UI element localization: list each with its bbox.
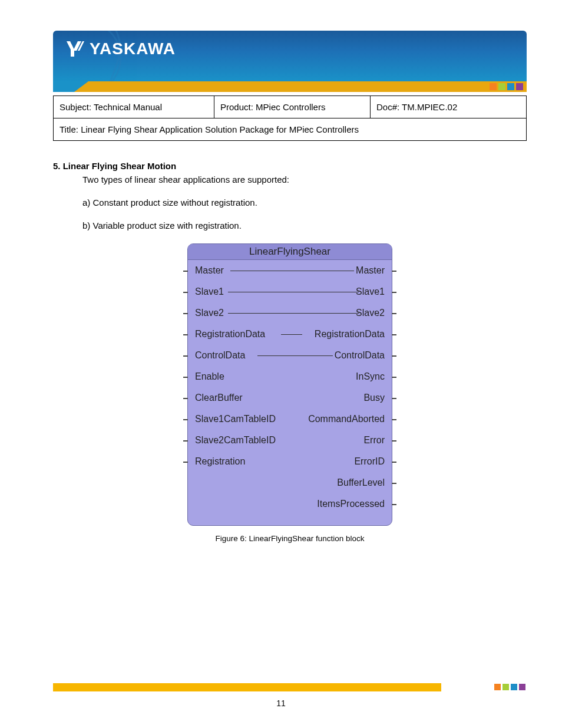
fb-row: Slave2Slave2	[188, 302, 392, 324]
section-heading: 5. Linear Flying Shear Motion	[53, 161, 527, 171]
fb-input-label: Slave1	[195, 286, 224, 297]
fb-output-label: BufferLevel	[337, 477, 385, 488]
brand-name: YASKAWA	[90, 39, 176, 58]
info-doc-value: TM.MPIEC.02	[402, 102, 457, 112]
brand-logo-icon	[65, 39, 85, 59]
fb-connector-line	[281, 334, 302, 335]
info-title: Title: Linear Flying Shear Application S…	[54, 118, 527, 141]
fb-row: ItemsProcessed	[188, 493, 392, 515]
function-block-title: LinearFlyingShear	[188, 244, 392, 260]
info-product-label: Product:	[220, 102, 253, 112]
info-product-value: MPiec Controllers	[256, 102, 325, 112]
fb-row: Slave1Slave1	[188, 281, 392, 302]
fb-row: ControlDataControlData	[188, 345, 392, 366]
footer-accent-squares	[494, 684, 525, 690]
fb-output-label: ErrorID	[354, 456, 385, 467]
fb-output-label: ItemsProcessed	[317, 499, 385, 509]
fb-output-label: Master	[356, 265, 385, 276]
fb-connector-line	[228, 313, 359, 314]
figure-caption: Figure 6: LinearFlyingShear function blo…	[187, 534, 392, 543]
list-item-b: b) Variable product size with registrati…	[82, 220, 527, 230]
fb-input-label: Enable	[195, 371, 224, 382]
info-subject-value: Technical Manual	[94, 102, 162, 112]
fb-output-label: CommandAborted	[308, 414, 385, 424]
fb-connector-line	[257, 355, 333, 356]
fb-output-label: InSync	[356, 371, 385, 382]
page-number: 11	[0, 699, 562, 708]
fb-row: RegistrationErrorID	[188, 451, 392, 472]
footer-bar	[53, 683, 527, 691]
header-accent-squares	[490, 83, 523, 90]
fb-row: ClearBufferBusy	[188, 387, 392, 409]
section-intro: Two types of linear shear applications a…	[82, 174, 527, 185]
fb-input-label: Master	[195, 265, 224, 276]
fb-output-label: Slave1	[356, 286, 385, 297]
fb-row: MasterMaster	[188, 260, 392, 281]
fb-input-label: Slave1CamTableID	[195, 414, 276, 424]
svg-marker-0	[67, 41, 74, 57]
fb-output-label: Slave2	[356, 308, 385, 318]
info-doc: Doc#: TM.MPIEC.02	[371, 96, 527, 118]
fb-row: EnableInSync	[188, 366, 392, 387]
header-colorbar	[53, 81, 527, 92]
fb-connector-line	[230, 271, 354, 271]
header-banner: YASKAWA	[53, 31, 527, 81]
info-title-label: Title:	[59, 124, 78, 134]
fb-output-label: ControlData	[335, 350, 385, 361]
fb-output-label: Error	[363, 435, 385, 446]
fb-row: RegistrationDataRegistrationData	[188, 324, 392, 345]
fb-output-label: RegistrationData	[315, 329, 385, 340]
doc-info-table: Subject: Technical Manual Product: MPiec…	[53, 95, 527, 141]
fb-output-label: Busy	[363, 393, 385, 403]
fb-input-label: ControlData	[195, 350, 245, 361]
info-product: Product: MPiec Controllers	[214, 96, 371, 118]
fb-input-label: ClearBuffer	[195, 393, 243, 403]
list-item-a: a) Constant product size without registr…	[82, 197, 527, 207]
fb-row: Slave2CamTableIDError	[188, 430, 392, 451]
fb-row: BufferLevel	[188, 472, 392, 493]
fb-input-label: Slave2	[195, 308, 224, 318]
fb-input-label: Registration	[195, 456, 245, 467]
info-subject-label: Subject:	[59, 102, 91, 112]
info-subject: Subject: Technical Manual	[54, 96, 214, 118]
fb-connector-line	[228, 292, 359, 292]
fb-input-label: RegistrationData	[195, 329, 265, 340]
info-title-value: Linear Flying Shear Application Solution…	[81, 124, 359, 134]
fb-input-label: Slave2CamTableID	[195, 435, 276, 446]
function-block: LinearFlyingShear MasterMasterSlave1Slav…	[187, 243, 392, 526]
fb-row: Slave1CamTableIDCommandAborted	[188, 409, 392, 430]
info-doc-label: Doc#:	[376, 102, 399, 112]
